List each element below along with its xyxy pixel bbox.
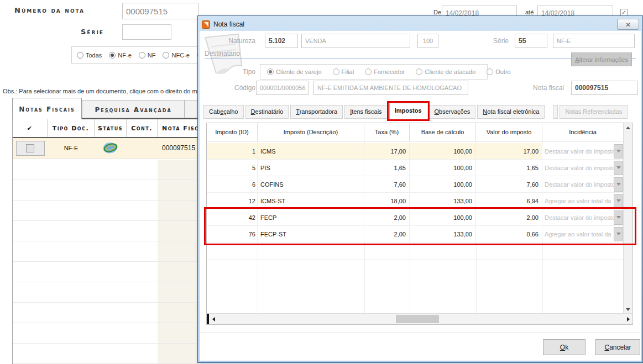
radio-option-nfc-e[interactable]: NFC-e bbox=[163, 52, 189, 59]
scroll-right-button[interactable] bbox=[624, 314, 632, 324]
tab-observacoes[interactable]: Observações bbox=[429, 105, 476, 119]
codigo-desc-input[interactable]: NF-E EMITIDA EM AMBIENTE DE HOMOLOGACAO bbox=[313, 81, 468, 95]
valor-imposto-cell: 1,65 bbox=[476, 160, 542, 176]
numero-da-nota-input[interactable]: 000097515 bbox=[122, 3, 199, 19]
horizontal-scrollbar-thumb[interactable] bbox=[396, 315, 439, 323]
tab-pesquisa-avancada[interactable]: Pesquisa Avançada bbox=[82, 100, 185, 118]
incidencia-cell: Destacar valor do imposto bbox=[542, 176, 623, 192]
close-button[interactable]: × bbox=[617, 19, 639, 30]
imposto-row-cofins[interactable]: 6COFINS7,60100,007,60Destacar valor do i… bbox=[207, 176, 623, 193]
empty-table-row bbox=[13, 221, 199, 241]
ok-button[interactable]: Ok bbox=[543, 339, 586, 355]
base-calculo-cell: 133,00 bbox=[410, 226, 476, 242]
serie-input[interactable] bbox=[122, 24, 171, 40]
doc-type-radio-group: TodasNF-eNFNFC-e bbox=[71, 46, 202, 64]
row-cont bbox=[127, 138, 158, 158]
table-header-row: ✔ Tipo Doc. Status Cont. Nota Fisc bbox=[13, 119, 199, 138]
tab-destinatario[interactable]: Destinatário bbox=[245, 105, 289, 119]
incidencia-value: Agregar ao valor total da bbox=[545, 198, 614, 204]
dialog-nota-fiscal-input[interactable]: 000097515 bbox=[571, 81, 638, 95]
header-tipo-doc[interactable]: Tipo Doc. bbox=[48, 119, 95, 137]
base-calculo-cell: 100,00 bbox=[410, 143, 476, 159]
tab-nota-fiscal-eletronica[interactable]: Nota fiscal eletrônica bbox=[477, 105, 545, 119]
down-arrow-icon bbox=[626, 308, 630, 311]
date-to-label: até bbox=[525, 9, 534, 15]
imposto-row-icms-st[interactable]: 12ICMS-ST18,00133,006,94Agregar ao valor… bbox=[207, 193, 623, 209]
dialog-titlebar[interactable]: Nota fiscal × bbox=[200, 18, 641, 31]
imposto-id-cell: 42 bbox=[207, 209, 258, 225]
header-nota-fiscal[interactable]: Nota Fisc bbox=[158, 119, 199, 137]
tab-cabecalho[interactable]: Cabeçalho bbox=[203, 105, 244, 119]
scroll-up-button[interactable] bbox=[624, 123, 632, 132]
incidencia-dropdown-button[interactable] bbox=[614, 227, 623, 241]
radio-option-outro[interactable]: Outro bbox=[487, 68, 511, 75]
codigo-label: Código bbox=[206, 84, 255, 92]
radio-option-cliente-de-varejo[interactable]: Cliente de varejo bbox=[267, 68, 322, 75]
radio-option-filial[interactable]: Filial bbox=[333, 68, 354, 75]
header-imposto-descricao[interactable]: Imposto (Descrição) bbox=[258, 123, 364, 141]
header-base-calculo[interactable]: Base de cálculo bbox=[410, 123, 476, 141]
tab-notas-fiscais[interactable]: Notas Fiscais bbox=[12, 98, 82, 119]
taxa-cell: 17,00 bbox=[364, 143, 410, 159]
imposto-descricao-cell: PIS bbox=[258, 160, 364, 176]
incidencia-dropdown-button[interactable] bbox=[614, 161, 623, 175]
header-check[interactable]: ✔ bbox=[13, 119, 48, 137]
incidencia-dropdown-button[interactable] bbox=[614, 177, 623, 192]
header-cont[interactable]: Cont. bbox=[127, 119, 158, 137]
tab-impostos[interactable]: Impostos bbox=[389, 103, 427, 119]
imposto-descricao-cell: COFINS bbox=[258, 176, 364, 192]
table-row[interactable]: NF-E 000097515 bbox=[13, 138, 199, 159]
codigo-input[interactable]: 000001/0009056 bbox=[256, 81, 309, 95]
radio-option-nf[interactable]: NF bbox=[139, 52, 156, 59]
radio-option-fornecedor[interactable]: Fornecedor bbox=[365, 68, 405, 75]
header-imposto-id[interactable]: Imposto (ID) bbox=[207, 123, 258, 141]
dialog-content: Natureza 5.102 VENDA 100 Série 55 NF-E D… bbox=[200, 31, 641, 361]
incidencia-dropdown-button[interactable] bbox=[614, 194, 623, 208]
imposto-id-cell: 6 bbox=[207, 176, 258, 192]
button-separator-line bbox=[200, 332, 641, 333]
imposto-row-fecp-st[interactable]: 76FECP-ST2,00133,000,66Agregar ao valor … bbox=[207, 226, 623, 242]
row-checkbox[interactable] bbox=[26, 144, 34, 152]
header-status[interactable]: Status bbox=[95, 119, 127, 137]
header-taxa[interactable]: Taxa (%) bbox=[364, 123, 410, 141]
up-arrow-icon bbox=[626, 126, 630, 129]
tab-label: Notas Fiscais bbox=[19, 105, 75, 113]
vertical-scrollbar[interactable] bbox=[623, 123, 632, 314]
empty-table-row bbox=[13, 262, 199, 282]
valor-imposto-cell: 7,60 bbox=[476, 176, 542, 192]
radio-option-todas[interactable]: Todas bbox=[77, 52, 102, 59]
checkmark-icon: ✔ bbox=[27, 125, 33, 132]
imposto-row-icms[interactable]: 1ICMS17,00100,0017,00Destacar valor do i… bbox=[207, 143, 623, 160]
incidencia-dropdown-button[interactable] bbox=[614, 210, 623, 225]
radio-option-cliente-de-atacado[interactable]: Cliente de atacado bbox=[416, 68, 475, 75]
header-valor-imposto[interactable]: Valor do imposto bbox=[476, 123, 542, 141]
natureza-desc-input[interactable]: VENDA bbox=[301, 34, 410, 48]
scroll-down-button[interactable] bbox=[624, 305, 632, 314]
radio-icon bbox=[163, 52, 169, 59]
imposto-row-fecp[interactable]: 42FECP2,00100,002,00Destacar valor do im… bbox=[207, 209, 623, 226]
nota-fiscal-dialog: Nota fiscal × Natureza 5.102 VENDA 100 S… bbox=[197, 15, 643, 363]
natureza-extra-input[interactable]: 100 bbox=[417, 34, 438, 48]
alterar-informacoes-button[interactable]: Alterar informações bbox=[571, 52, 632, 66]
imposto-id-cell: 76 bbox=[207, 226, 258, 242]
radio-icon bbox=[365, 68, 372, 75]
row-nota-fiscal: 000097515 bbox=[158, 138, 199, 158]
serie-tipo-input[interactable]: NF-E bbox=[553, 34, 635, 48]
incidencia-cell: Destacar valor do imposto bbox=[542, 160, 623, 176]
horizontal-scrollbar[interactable] bbox=[207, 313, 632, 324]
imposto-row-pis[interactable]: 5PIS1,65100,001,65Destacar valor do impo… bbox=[207, 160, 623, 176]
radio-option-nf-e[interactable]: NF-e bbox=[109, 52, 131, 59]
tab-transportadora[interactable]: Transportadora bbox=[290, 105, 343, 119]
radio-icon bbox=[139, 52, 145, 59]
incidencia-dropdown-button[interactable] bbox=[614, 144, 623, 159]
dialog-serie-input[interactable]: 55 bbox=[515, 34, 547, 48]
scroll-left-button[interactable] bbox=[209, 314, 218, 324]
tab-itens-fiscais[interactable]: Itens fiscais bbox=[344, 105, 387, 119]
incidencia-value: Destacar valor do imposto bbox=[545, 181, 614, 188]
header-incidencia[interactable]: Incidência bbox=[542, 123, 623, 141]
obs-text: Obs.: Para selecionar mais de um documen… bbox=[3, 88, 204, 94]
cancel-button[interactable]: Cancelar bbox=[595, 339, 640, 355]
incidencia-value: Agregar ao valor total da bbox=[545, 231, 614, 238]
radio-icon bbox=[333, 68, 339, 75]
natureza-code-input[interactable]: 5.102 bbox=[265, 34, 298, 48]
